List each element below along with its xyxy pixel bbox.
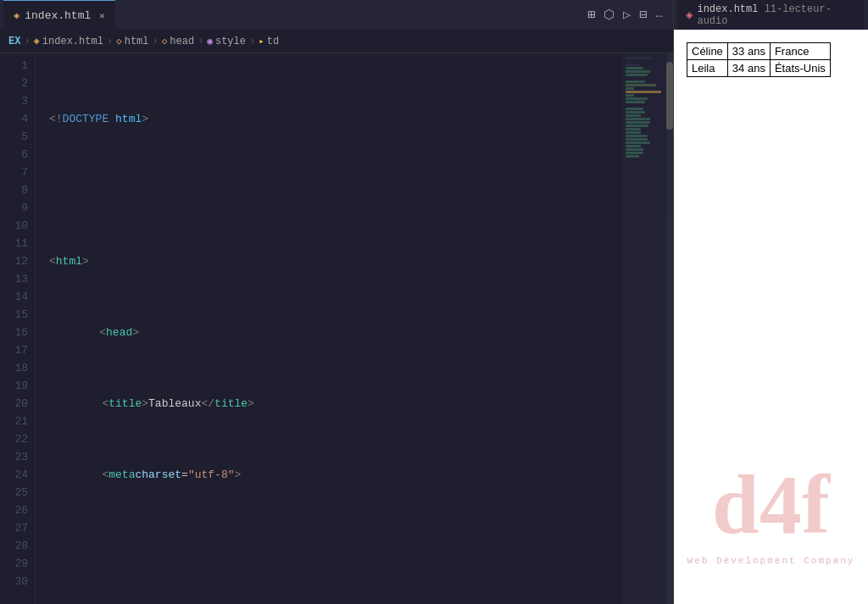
table-cell: Leila [687, 60, 728, 77]
breadcrumb: EX › ◈ index.html › ◇ html › ◇ head › ◉ … [0, 30, 673, 53]
breadcrumb-index[interactable]: ◈ index.html [34, 35, 103, 47]
html-file-icon: ◈ [14, 9, 19, 22]
breadcrumb-sep-1: › [24, 36, 30, 47]
minimap-lines [626, 57, 670, 158]
table-cell: Céline [687, 43, 728, 60]
explorer-icon[interactable]: ⬡ [604, 7, 615, 23]
html-bracket-icon: ◇ [116, 36, 122, 47]
head-bracket-icon: ◇ [162, 36, 168, 47]
editor-tab-bar: ◈ index.html ✕ ⊞ ⬡ ▷ ⊟ … [0, 0, 673, 30]
run-icon[interactable]: ▷ [623, 7, 631, 23]
preview-tab[interactable]: ◈ index.html l1-lecteur-audio [677, 0, 865, 30]
breadcrumb-ex[interactable]: EX [8, 36, 20, 47]
tab-close-button[interactable]: ✕ [99, 10, 105, 21]
breadcrumb-html-label: html [125, 36, 149, 47]
breadcrumb-sep-3: › [153, 36, 159, 47]
preview-table: Céline 33 ans France Leila 34 ans États-… [687, 42, 831, 77]
editor-tab-label: index.html [25, 9, 91, 22]
more-icon[interactable]: … [655, 7, 663, 23]
code-area[interactable]: 12345 678910 1112131415 1617181920 21222… [0, 53, 673, 604]
line-numbers: 12345 678910 1112131415 1617181920 21222… [0, 53, 36, 604]
table-cell: États-Unis [770, 60, 830, 77]
code-line-3: <html> [49, 252, 622, 270]
split-editor-icon[interactable]: ⊞ [587, 7, 595, 23]
breadcrumb-html[interactable]: ◇ html [116, 36, 148, 47]
breadcrumb-sep-2: › [107, 36, 113, 47]
breadcrumb-index-label: index.html [42, 36, 103, 47]
layout-icon[interactable]: ⊟ [639, 7, 647, 23]
style-icon: ◉ [207, 36, 213, 47]
preview-panel: ◈ index.html l1-lecteur-audio Céline 33 … [674, 0, 868, 604]
breadcrumb-td[interactable]: ▸ td [259, 36, 279, 47]
table-row: Céline 33 ans France [687, 43, 831, 60]
breadcrumb-file-icon: ◈ [34, 35, 40, 47]
table-cell: 34 ans [727, 60, 770, 77]
scrollbar-thumb[interactable] [666, 62, 673, 130]
breadcrumb-head[interactable]: ◇ head [162, 36, 194, 47]
table-cell: 33 ans [727, 43, 770, 60]
table-row: Leila 34 ans États-Unis [687, 60, 831, 77]
breadcrumb-sep-4: › [198, 36, 203, 47]
code-line-4: <head> [49, 324, 622, 341]
editor-tab[interactable]: ◈ index.html ✕ [3, 0, 115, 30]
code-line-2 [49, 181, 622, 199]
preview-tab-bar: ◈ index.html l1-lecteur-audio [674, 0, 868, 30]
code-content[interactable]: <!DOCTYPE html> <html> <head> <title>Tab… [36, 53, 622, 604]
code-line-6: <meta charset="utf-8"> [49, 466, 622, 484]
breadcrumb-head-label: head [170, 36, 194, 47]
code-line-1: <!DOCTYPE html> [49, 110, 622, 128]
code-line-7 [49, 537, 622, 555]
breadcrumb-style-label: style [215, 36, 246, 47]
minimap[interactable] [622, 53, 673, 604]
td-icon: ▸ [259, 36, 264, 47]
breadcrumb-sep-5: › [249, 36, 255, 47]
preview-tab-label: index.html l1-lecteur-audio [697, 3, 856, 27]
ex-label: EX [8, 36, 20, 47]
code-line-5: <title>Tableaux</title> [49, 395, 622, 413]
table-cell: France [770, 43, 830, 60]
breadcrumb-td-label: td [267, 36, 279, 47]
breadcrumb-style[interactable]: ◉ style [207, 36, 246, 47]
vertical-scrollbar[interactable] [666, 53, 673, 604]
editor-panel: ◈ index.html ✕ ⊞ ⬡ ▷ ⊟ … EX › ◈ index.ht… [0, 0, 674, 604]
preview-tab-icon: ◈ [686, 8, 693, 22]
toolbar-icons: ⊞ ⬡ ▷ ⊟ … [587, 7, 670, 23]
preview-content: Céline 33 ans France Leila 34 ans États-… [674, 30, 868, 604]
